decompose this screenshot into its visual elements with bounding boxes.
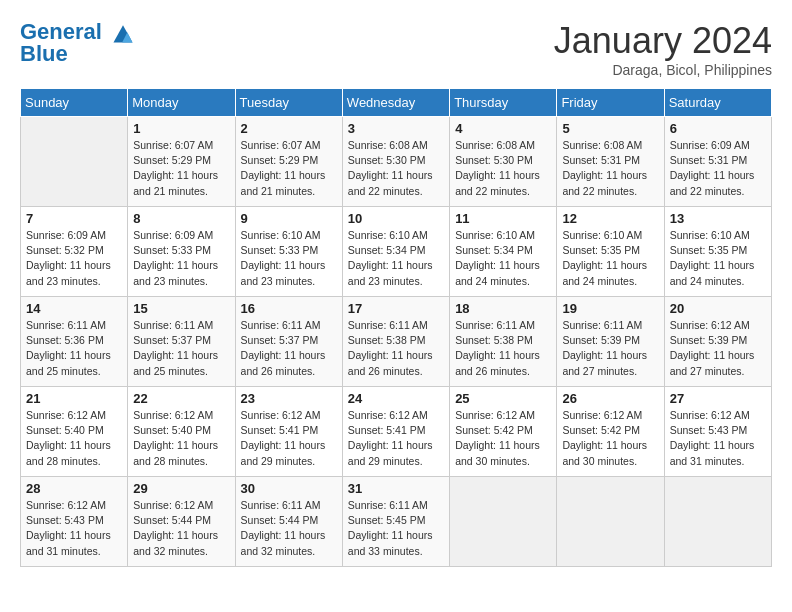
daylight-text: Daylight: 11 hours and 31 minutes. (670, 439, 755, 466)
day-cell: 28 Sunrise: 6:12 AM Sunset: 5:43 PM Dayl… (21, 477, 128, 567)
sunrise-text: Sunrise: 6:08 AM (348, 139, 428, 151)
day-cell: 1 Sunrise: 6:07 AM Sunset: 5:29 PM Dayli… (128, 117, 235, 207)
day-number: 14 (26, 301, 122, 316)
week-row-4: 28 Sunrise: 6:12 AM Sunset: 5:43 PM Dayl… (21, 477, 772, 567)
daylight-text: Daylight: 11 hours and 22 minutes. (670, 169, 755, 196)
day-info: Sunrise: 6:09 AM Sunset: 5:32 PM Dayligh… (26, 228, 122, 289)
daylight-text: Daylight: 11 hours and 32 minutes. (241, 529, 326, 556)
day-cell: 26 Sunrise: 6:12 AM Sunset: 5:42 PM Dayl… (557, 387, 664, 477)
daylight-text: Daylight: 11 hours and 25 minutes. (133, 349, 218, 376)
location-subtitle: Daraga, Bicol, Philippines (554, 62, 772, 78)
day-info: Sunrise: 6:12 AM Sunset: 5:41 PM Dayligh… (241, 408, 337, 469)
sunset-text: Sunset: 5:29 PM (133, 154, 211, 166)
sunset-text: Sunset: 5:43 PM (670, 424, 748, 436)
day-info: Sunrise: 6:11 AM Sunset: 5:36 PM Dayligh… (26, 318, 122, 379)
day-info: Sunrise: 6:11 AM Sunset: 5:45 PM Dayligh… (348, 498, 444, 559)
day-info: Sunrise: 6:08 AM Sunset: 5:31 PM Dayligh… (562, 138, 658, 199)
week-row-1: 7 Sunrise: 6:09 AM Sunset: 5:32 PM Dayli… (21, 207, 772, 297)
sunset-text: Sunset: 5:38 PM (455, 334, 533, 346)
page-header: General Blue January 2024 Daraga, Bicol,… (20, 20, 772, 78)
day-number: 21 (26, 391, 122, 406)
day-cell (450, 477, 557, 567)
day-number: 10 (348, 211, 444, 226)
daylight-text: Daylight: 11 hours and 22 minutes. (348, 169, 433, 196)
day-info: Sunrise: 6:11 AM Sunset: 5:37 PM Dayligh… (133, 318, 229, 379)
sunrise-text: Sunrise: 6:10 AM (455, 229, 535, 241)
sunrise-text: Sunrise: 6:10 AM (562, 229, 642, 241)
day-info: Sunrise: 6:08 AM Sunset: 5:30 PM Dayligh… (455, 138, 551, 199)
daylight-text: Daylight: 11 hours and 31 minutes. (26, 529, 111, 556)
title-area: January 2024 Daraga, Bicol, Philippines (554, 20, 772, 78)
day-cell: 14 Sunrise: 6:11 AM Sunset: 5:36 PM Dayl… (21, 297, 128, 387)
sunrise-text: Sunrise: 6:11 AM (562, 319, 642, 331)
day-cell: 4 Sunrise: 6:08 AM Sunset: 5:30 PM Dayli… (450, 117, 557, 207)
day-cell: 16 Sunrise: 6:11 AM Sunset: 5:37 PM Dayl… (235, 297, 342, 387)
col-friday: Friday (557, 89, 664, 117)
sunset-text: Sunset: 5:43 PM (26, 514, 104, 526)
day-info: Sunrise: 6:12 AM Sunset: 5:42 PM Dayligh… (455, 408, 551, 469)
sunset-text: Sunset: 5:42 PM (455, 424, 533, 436)
day-cell: 8 Sunrise: 6:09 AM Sunset: 5:33 PM Dayli… (128, 207, 235, 297)
day-info: Sunrise: 6:11 AM Sunset: 5:38 PM Dayligh… (348, 318, 444, 379)
daylight-text: Daylight: 11 hours and 23 minutes. (241, 259, 326, 286)
day-number: 24 (348, 391, 444, 406)
sunrise-text: Sunrise: 6:12 AM (26, 499, 106, 511)
daylight-text: Daylight: 11 hours and 32 minutes. (133, 529, 218, 556)
sunrise-text: Sunrise: 6:12 AM (670, 409, 750, 421)
sunset-text: Sunset: 5:41 PM (348, 424, 426, 436)
daylight-text: Daylight: 11 hours and 28 minutes. (26, 439, 111, 466)
day-number: 27 (670, 391, 766, 406)
day-number: 23 (241, 391, 337, 406)
sunset-text: Sunset: 5:39 PM (562, 334, 640, 346)
day-cell: 6 Sunrise: 6:09 AM Sunset: 5:31 PM Dayli… (664, 117, 771, 207)
sunset-text: Sunset: 5:30 PM (455, 154, 533, 166)
day-number: 26 (562, 391, 658, 406)
sunrise-text: Sunrise: 6:09 AM (670, 139, 750, 151)
day-number: 3 (348, 121, 444, 136)
day-info: Sunrise: 6:11 AM Sunset: 5:37 PM Dayligh… (241, 318, 337, 379)
month-title: January 2024 (554, 20, 772, 62)
sunrise-text: Sunrise: 6:10 AM (670, 229, 750, 241)
sunrise-text: Sunrise: 6:11 AM (348, 499, 428, 511)
day-number: 19 (562, 301, 658, 316)
sunrise-text: Sunrise: 6:11 AM (455, 319, 535, 331)
day-number: 8 (133, 211, 229, 226)
daylight-text: Daylight: 11 hours and 23 minutes. (133, 259, 218, 286)
day-info: Sunrise: 6:10 AM Sunset: 5:35 PM Dayligh… (670, 228, 766, 289)
day-number: 2 (241, 121, 337, 136)
sunset-text: Sunset: 5:44 PM (241, 514, 319, 526)
day-number: 11 (455, 211, 551, 226)
week-row-0: 1 Sunrise: 6:07 AM Sunset: 5:29 PM Dayli… (21, 117, 772, 207)
daylight-text: Daylight: 11 hours and 25 minutes. (26, 349, 111, 376)
sunset-text: Sunset: 5:29 PM (241, 154, 319, 166)
day-number: 6 (670, 121, 766, 136)
day-info: Sunrise: 6:12 AM Sunset: 5:40 PM Dayligh… (26, 408, 122, 469)
day-info: Sunrise: 6:07 AM Sunset: 5:29 PM Dayligh… (241, 138, 337, 199)
sunset-text: Sunset: 5:44 PM (133, 514, 211, 526)
day-number: 12 (562, 211, 658, 226)
day-number: 1 (133, 121, 229, 136)
day-cell: 7 Sunrise: 6:09 AM Sunset: 5:32 PM Dayli… (21, 207, 128, 297)
daylight-text: Daylight: 11 hours and 26 minutes. (241, 349, 326, 376)
col-wednesday: Wednesday (342, 89, 449, 117)
sunset-text: Sunset: 5:30 PM (348, 154, 426, 166)
day-number: 5 (562, 121, 658, 136)
sunrise-text: Sunrise: 6:11 AM (241, 319, 321, 331)
sunrise-text: Sunrise: 6:12 AM (26, 409, 106, 421)
day-number: 7 (26, 211, 122, 226)
day-number: 29 (133, 481, 229, 496)
calendar-table: Sunday Monday Tuesday Wednesday Thursday… (20, 88, 772, 567)
sunset-text: Sunset: 5:40 PM (26, 424, 104, 436)
sunset-text: Sunset: 5:33 PM (133, 244, 211, 256)
daylight-text: Daylight: 11 hours and 22 minutes. (455, 169, 540, 196)
daylight-text: Daylight: 11 hours and 26 minutes. (455, 349, 540, 376)
day-cell (557, 477, 664, 567)
day-info: Sunrise: 6:12 AM Sunset: 5:44 PM Dayligh… (133, 498, 229, 559)
day-number: 30 (241, 481, 337, 496)
day-info: Sunrise: 6:10 AM Sunset: 5:35 PM Dayligh… (562, 228, 658, 289)
day-cell: 15 Sunrise: 6:11 AM Sunset: 5:37 PM Dayl… (128, 297, 235, 387)
sunrise-text: Sunrise: 6:10 AM (348, 229, 428, 241)
day-cell: 21 Sunrise: 6:12 AM Sunset: 5:40 PM Dayl… (21, 387, 128, 477)
sunset-text: Sunset: 5:35 PM (562, 244, 640, 256)
sunset-text: Sunset: 5:41 PM (241, 424, 319, 436)
